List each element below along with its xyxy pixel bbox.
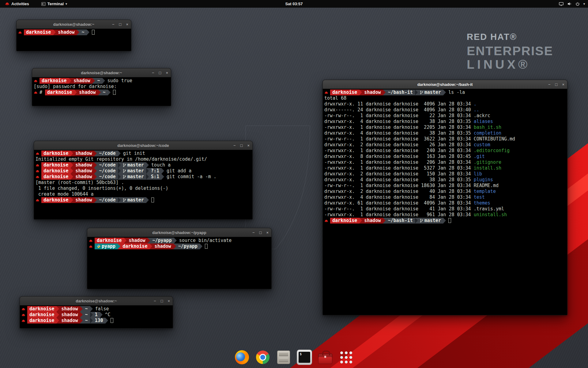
terminal-row: -rw-rw-r--. 1 darknoise darknoise 22 Jan…	[324, 113, 566, 119]
dock-item-firefox[interactable]	[234, 349, 250, 366]
app-menu-terminal[interactable]: Terminal ▾	[40, 0, 69, 8]
maximize-button[interactable]: □	[259, 231, 262, 235]
rhel-logo-line2: ENTERPRISE	[467, 44, 553, 58]
window-title: darknoise@shadow:~	[81, 71, 122, 75]
power-icon	[575, 2, 580, 6]
terminal-row: -rw-rw-r--. 1 darknoise darknoise 18630 …	[324, 183, 566, 189]
redhat-icon	[89, 238, 94, 243]
minimize-button[interactable]: −	[154, 299, 156, 303]
close-button[interactable]: ×	[562, 82, 564, 86]
dock-item-terminal[interactable]	[296, 349, 313, 366]
terminal-exitcodes-content[interactable]: darknoiseshadow~falsedarknoiseshadow~1^C…	[20, 305, 173, 328]
terminal-text: source bin/activate	[179, 238, 232, 243]
terminal-row: drwxrwxr-x. 4 darknoise darknoise 38 Jan…	[324, 119, 566, 125]
close-button[interactable]: ×	[166, 71, 168, 75]
minimize-button[interactable]: −	[152, 71, 154, 75]
prompt-segment-path: ~/code	[97, 151, 118, 156]
powerline-arrow-icon	[383, 218, 386, 224]
prompt-segment-host: shadow	[73, 174, 94, 180]
powerline-arrow-icon	[80, 318, 83, 324]
minimize-button[interactable]: −	[233, 144, 236, 148]
powerline-arrow-icon	[118, 168, 121, 174]
minimize-button[interactable]: −	[252, 231, 255, 235]
terminal-text: drwxrwxr-x. 2 darknoise darknoise 26 Jan…	[324, 142, 474, 148]
terminal-row: darknoiseshadow~/bash-itmasterls -la	[324, 90, 566, 95]
terminal-row: -rwxrwxr-x. 1 darknoise darknoise 240 Ja…	[324, 148, 566, 154]
terminal-row: -rwxrwxr-x. 1 darknoise darknoise 2205 J…	[324, 125, 566, 130]
terminal-row: drwxrwxr-x. 11 darknoise darknoise 4096 …	[324, 101, 566, 107]
redhat-icon	[324, 218, 330, 224]
powerline-arrow-icon	[56, 318, 59, 324]
minimize-button[interactable]: −	[548, 82, 551, 86]
minimize-button[interactable]: −	[112, 22, 115, 26]
terminal-bash-it-content[interactable]: darknoiseshadow~/bash-itmasterls -latota…	[323, 89, 567, 315]
powerline-arrow-icon	[415, 218, 418, 224]
firefox-icon	[235, 350, 249, 364]
clock[interactable]: Sat 03:57	[285, 2, 303, 6]
prompt-segment-host: shadow	[59, 312, 80, 318]
window-titlebar[interactable]: darknoise@shadow:~/pyapp−□×	[87, 228, 271, 237]
window-controls: −□×	[152, 68, 168, 77]
prompt-segment-user: darknoise	[27, 318, 56, 324]
activities-button[interactable]: Activities	[3, 0, 31, 8]
terminal-text: drwxrwxr-x. 11 darknoise darknoise 4096 …	[324, 101, 474, 107]
window-titlebar[interactable]: darknoise@shadow:~/bash-it−□×	[323, 80, 567, 89]
maximize-button[interactable]: □	[159, 71, 161, 75]
terminal-row: drwx------. 24 darknoise darknoise 4096 …	[324, 107, 566, 113]
terminal-text: drwxrwxr-x. 4 darknoise darknoise 38 Jan…	[324, 177, 474, 183]
close-button[interactable]: ×	[126, 22, 128, 26]
terminal-home-1-content[interactable]: darknoiseshadow~	[17, 29, 131, 51]
close-button[interactable]: ×	[168, 299, 170, 303]
terminal-text: drwxrwxr-x. 4 darknoise darknoise 38 Jan…	[324, 119, 474, 125]
window-titlebar[interactable]: darknoise@shadow:~−□×	[32, 68, 171, 77]
terminal-row: drwxrwxr-x. 4 darknoise darknoise 38 Jan…	[324, 177, 566, 183]
terminal-text: README.md	[474, 183, 499, 189]
terminal-row: darknoiseshadow~1^C	[21, 312, 171, 318]
powerline-arrow-icon	[415, 90, 418, 95]
window-titlebar[interactable]: darknoise@shadow:~−□×	[17, 20, 131, 29]
terminal-text: -rw-rw-r--. 1 darknoise darknoise 3622 J…	[324, 136, 474, 142]
powerline-arrow-icon	[359, 218, 362, 224]
maximize-button[interactable]: □	[555, 82, 558, 86]
powerline-arrow-icon	[146, 162, 149, 168]
rhel-logo-line3: LINUX®	[467, 58, 553, 71]
terminal-text: themes	[474, 200, 490, 206]
system-status-area[interactable]: ▾	[559, 0, 585, 8]
powerline-arrow-icon	[443, 218, 446, 224]
maximize-button[interactable]: □	[161, 299, 163, 303]
terminal-screen-glyph	[299, 352, 310, 363]
maximize-button[interactable]: □	[240, 144, 243, 148]
terminal-text: drwxrwxr-x. 4 darknoise darknoise 38 Jan…	[324, 130, 474, 136]
terminal-text: bash_it.sh	[474, 125, 501, 130]
window-controls: −□×	[112, 20, 128, 29]
terminal-sudo-content[interactable]: darknoiseshadow~sudo true[sudo] password…	[32, 77, 171, 106]
window-titlebar[interactable]: darknoise@shadow:~/code−□×	[34, 141, 252, 150]
window-titlebar[interactable]: darknoise@shadow:~−□×	[20, 297, 173, 305]
terminal-code-content[interactable]: darknoiseshadow~/codegit initInitialized…	[34, 150, 252, 219]
terminal-row: -rwxrwxr-x. 1 darknoise darknoise 5327 J…	[324, 165, 566, 171]
dock-item-files[interactable]	[275, 349, 292, 366]
terminal-text: .travis.yml	[474, 206, 504, 212]
terminal-bash-it: darknoise@shadow:~/bash-it−□×darknoisesh…	[322, 80, 567, 315]
close-button[interactable]: ×	[247, 144, 250, 148]
chevron-down-icon: ▾	[583, 2, 585, 6]
chrome-icon	[256, 351, 270, 364]
redhat-icon	[21, 306, 27, 312]
prompt-segment-user: darknoise	[27, 306, 56, 312]
powerline-arrow-icon	[443, 90, 446, 95]
terminal-text: ^C	[105, 312, 111, 318]
dock-item-chrome[interactable]	[254, 349, 271, 366]
desktop: { "topbar": { "activities_label": "Activ…	[0, 0, 588, 368]
terminal-text: -rw-rw-r--. 1 darknoise darknoise 41 Jan…	[324, 206, 474, 212]
powerline-arrow-icon	[146, 168, 149, 174]
maximize-button[interactable]: □	[119, 22, 122, 26]
terminal-text: Initialized empty Git repository in /hom…	[36, 156, 207, 162]
prompt-segment-path: ~/code	[97, 197, 118, 203]
terminal-row: -rwxrwxr-x. 1 darknoise darknoise 961 Ja…	[324, 212, 566, 218]
terminal-pyapp-content[interactable]: darknoiseshadow~/pyappsource bin/activat…	[87, 237, 271, 289]
close-button[interactable]: ×	[266, 231, 269, 235]
dock-item-toolbox[interactable]	[317, 349, 334, 366]
dock-item-appgrid[interactable]	[338, 349, 354, 366]
powerline-arrow-icon	[70, 168, 73, 174]
terminal-text: plugins	[474, 177, 493, 183]
